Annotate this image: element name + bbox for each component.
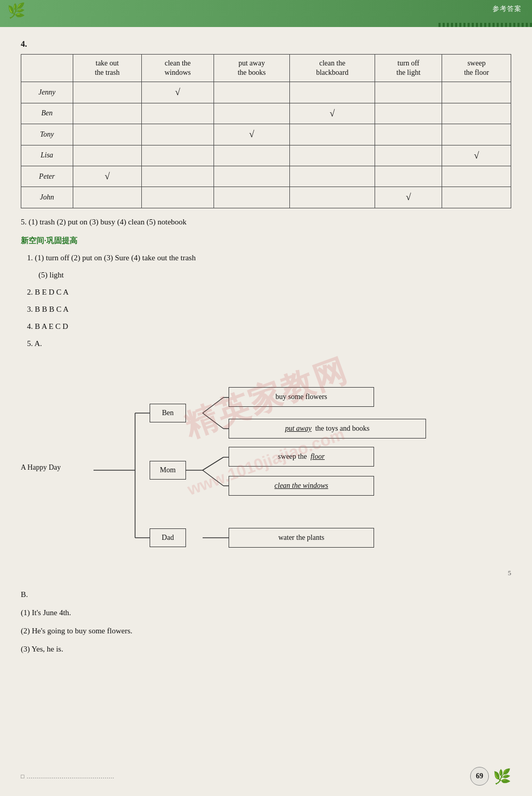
table-row: John √ [21, 187, 511, 208]
new-item2-text: B E D C A [35, 288, 69, 296]
new-item4-number: 4. [27, 322, 35, 330]
footer-leaf-icon: 🌿 [493, 768, 511, 785]
table-wrapper: take outthe trash clean thewindows put a… [21, 54, 511, 208]
new-item1-sub: (5) light [38, 271, 64, 279]
new-item4-text: B A E C D [35, 322, 68, 330]
table-row: Lisa √ [21, 145, 511, 166]
section4-number: 4. [21, 39, 511, 49]
table-row: Peter √ [21, 166, 511, 187]
row-john-name: John [21, 187, 73, 208]
row-tony-name: Tony [21, 124, 73, 145]
check-jenny-windows: √ [175, 87, 180, 97]
new-section-item-4: 4. B A E C D [27, 320, 511, 334]
b-line-2: (2) He's going to buy some flowers. [21, 624, 511, 638]
col-header-windows: clean thewindows [142, 55, 214, 82]
new-section-item-1: 1. (1) turn off (2) put on (3) Sure (4) … [27, 251, 511, 265]
new-section-item-3: 3. B B B C A [27, 302, 511, 316]
row-ben-windows [142, 103, 214, 124]
new-item3-text: B B B C A [35, 305, 69, 313]
row-john-light: √ [375, 187, 442, 208]
b-label-line: B. [21, 588, 511, 602]
row-peter-floor [442, 166, 511, 187]
row-tony-trash [73, 124, 142, 145]
row-peter-trash: √ [73, 166, 142, 187]
svg-line-11 [203, 470, 223, 486]
row-peter-books [214, 166, 289, 187]
svg-line-5 [203, 397, 223, 413]
row-john-windows [142, 187, 214, 208]
footer: □ ......................................… [0, 767, 532, 786]
col-header-light: turn offthe light [375, 55, 442, 82]
dad-node: Dad [150, 528, 186, 547]
row-lisa-trash [73, 145, 142, 166]
diagram-wrapper: A Happy Day Ben Mom Dad buy some flowers… [21, 361, 511, 579]
row-peter-windows [142, 166, 214, 187]
new-section-item-5: 5. A. [27, 337, 511, 351]
row-john-floor [442, 187, 511, 208]
new-item3-number: 3. [27, 305, 35, 313]
row-tony-books: √ [214, 124, 289, 145]
row-ben-blackboard: √ [290, 103, 375, 124]
col-header-books: put awaythe books [214, 55, 289, 82]
row-ben-name: Ben [21, 103, 73, 124]
b-line-1: (1) It's June 4th. [21, 606, 511, 620]
row-jenny-floor [442, 82, 511, 103]
row-ben-trash [73, 103, 142, 124]
action-buy-flowers: buy some flowers [229, 387, 374, 407]
b-section: B. (1) It's June 4th. (2) He's going to … [21, 588, 511, 656]
action-water-plants: water the plants [229, 528, 374, 548]
action-sweep-floor: sweep the floor [229, 447, 374, 467]
col-header-blackboard: clean theblackboard [290, 55, 375, 82]
row-lisa-name: Lisa [21, 145, 73, 166]
row-lisa-windows [142, 145, 214, 166]
section5: 5. (1) trash (2) put on (3) busy (4) cle… [21, 218, 511, 227]
col-header-trash: take outthe trash [73, 55, 142, 82]
row-lisa-books [214, 145, 289, 166]
new-item5-text: A. [34, 339, 42, 348]
row-peter-blackboard [290, 166, 375, 187]
new-section-item-2: 2. B E D C A [27, 285, 511, 299]
row-lisa-floor: √ [442, 145, 511, 166]
page: 🌿 参考答案 精英家教网 www.1010jiajiao.com 4. take… [0, 0, 532, 796]
action-put-away: put away the toys and books [229, 419, 426, 439]
check-john-light: √ [406, 192, 411, 202]
ben-node: Ben [150, 404, 186, 422]
header: 🌿 参考答案 [0, 0, 532, 27]
section5-number: 5. [21, 218, 29, 226]
col-header-name [21, 55, 73, 82]
new-item1-text: (1) turn off (2) put on (3) Sure (4) tak… [35, 254, 196, 262]
check-tony-books: √ [249, 129, 254, 139]
new-section-header: 新空间·巩固提高 [21, 236, 511, 246]
page-number: 69 [470, 767, 489, 786]
check-peter-trash: √ [104, 171, 110, 181]
row-ben-books [214, 103, 289, 124]
row-ben-floor [442, 103, 511, 124]
row-peter-light [375, 166, 442, 187]
b-label: B. [21, 590, 28, 599]
b-line-3: (3) Yes, he is. [21, 642, 511, 656]
row-tony-windows [142, 124, 214, 145]
main-content: 4. take outthe trash clean thewindows pu… [0, 27, 532, 681]
mom-node: Mom [150, 461, 186, 480]
row-john-blackboard [290, 187, 375, 208]
new-item5-number: 5. [27, 339, 34, 348]
svg-line-7 [203, 413, 223, 429]
action-clean-windows: clean the windows [229, 476, 374, 496]
chores-table: take outthe trash clean thewindows put a… [21, 54, 511, 208]
col-header-floor: sweepthe floor [442, 55, 511, 82]
row-ben-light [375, 103, 442, 124]
row-jenny-blackboard [290, 82, 375, 103]
row-lisa-light [375, 145, 442, 166]
table-row: Jenny √ [21, 82, 511, 103]
row-peter-name: Peter [21, 166, 73, 187]
row-tony-light [375, 124, 442, 145]
diagram-title-label: A Happy Day [21, 463, 61, 472]
row-jenny-books [214, 82, 289, 103]
footer-dots: □ ......................................… [21, 773, 114, 779]
row-jenny-trash [73, 82, 142, 103]
diagram-page-ref: 5 [508, 569, 512, 577]
new-section-item-1-sub: (5) light [38, 268, 511, 282]
row-jenny-windows: √ [142, 82, 214, 103]
section5-content: (1) trash (2) put on (3) busy (4) clean … [29, 218, 187, 226]
svg-line-9 [203, 457, 223, 470]
